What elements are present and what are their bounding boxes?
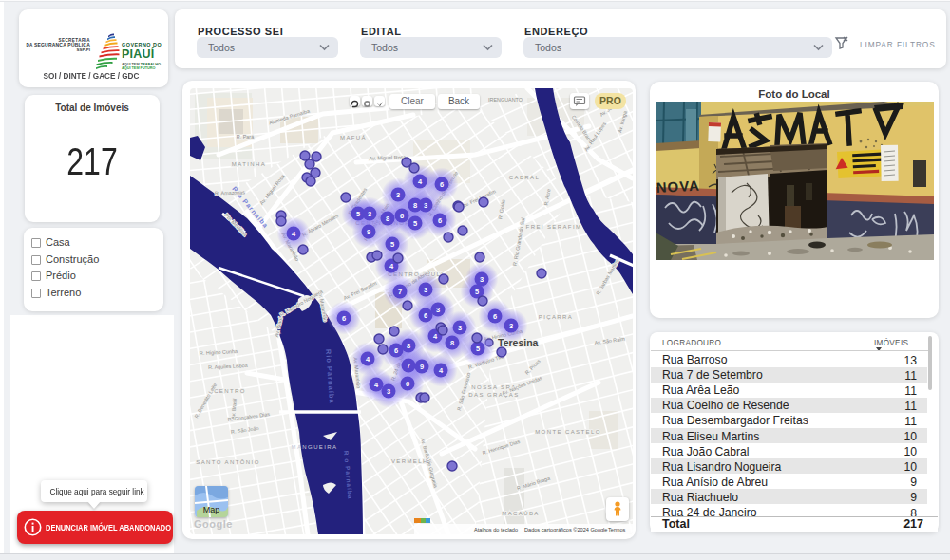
svg-text:8: 8 [386, 215, 390, 223]
svg-text:9: 9 [367, 228, 370, 236]
svg-text:6: 6 [342, 314, 346, 323]
svg-text:6: 6 [394, 346, 398, 355]
svg-text:3: 3 [509, 322, 513, 330]
svg-text:Termos: Termos [608, 527, 626, 532]
svg-text:9: 9 [420, 363, 424, 371]
svg-text:CABRAL: CABRAL [509, 175, 540, 180]
svg-text:3: 3 [424, 201, 428, 210]
svg-text:MACAÚBA: MACAÚBA [502, 511, 539, 516]
svg-text:3: 3 [396, 191, 400, 199]
svg-text:Dados cartográficos ©2024 Goog: Dados cartográficos ©2024 Google [524, 527, 607, 532]
svg-text:6: 6 [440, 180, 444, 189]
svg-text:8: 8 [407, 342, 410, 350]
svg-text:3: 3 [424, 286, 428, 294]
svg-text:3: 3 [480, 275, 484, 284]
svg-text:6: 6 [438, 216, 442, 225]
svg-text:DAS GRAÇAS: DAS GRAÇAS [468, 392, 519, 398]
svg-text:FREI SERAFIM: FREI SERAFIM [526, 224, 582, 230]
svg-text:CENTRO: CENTRO [214, 388, 246, 394]
svg-text:MONTE CASTELO: MONTE CASTELO [535, 429, 601, 435]
svg-text:8: 8 [450, 339, 454, 347]
svg-text:PIÇARRA: PIÇARRA [539, 314, 573, 320]
svg-text:MAFUÁ: MAFUÁ [340, 135, 367, 140]
svg-text:3: 3 [458, 324, 462, 332]
svg-text:8: 8 [413, 201, 417, 210]
svg-text:6: 6 [400, 212, 404, 220]
svg-text:Atalhos do teclado: Atalhos do teclado [474, 527, 518, 532]
svg-text:3: 3 [436, 306, 440, 314]
svg-text:IRENGUANTO: IRENGUANTO [488, 97, 522, 103]
svg-text:5: 5 [476, 345, 480, 353]
svg-text:7: 7 [398, 288, 402, 296]
svg-text:6: 6 [424, 311, 428, 320]
svg-text:5: 5 [475, 288, 479, 296]
svg-text:6: 6 [493, 312, 497, 321]
svg-text:MATINHA: MATINHA [232, 161, 266, 167]
svg-text:NOVA: NOVA [656, 177, 700, 196]
svg-text:R. Pará: R. Pará [237, 134, 254, 140]
svg-text:SANTO ANTÔNIO: SANTO ANTÔNIO [196, 459, 259, 465]
svg-text:3: 3 [368, 210, 371, 218]
svg-text:MANGUEIRA: MANGUEIRA [292, 444, 338, 450]
svg-text:R. Amazonas: R. Amazonas [215, 189, 246, 196]
svg-text:3: 3 [387, 387, 390, 396]
svg-text:5: 5 [390, 240, 394, 249]
svg-text:6: 6 [406, 380, 409, 388]
svg-text:7: 7 [407, 362, 410, 370]
svg-text:5: 5 [413, 219, 417, 228]
svg-text:5: 5 [356, 210, 360, 218]
